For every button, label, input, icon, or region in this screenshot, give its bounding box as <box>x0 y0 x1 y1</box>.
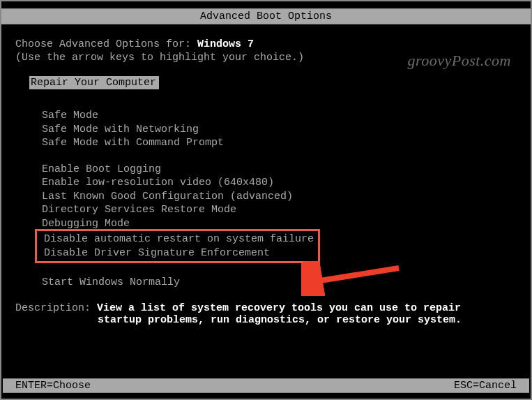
description-section: Description: View a list of system recov… <box>15 302 517 326</box>
option-disable-driver-signature[interactable]: Disable Driver Signature Enforcement <box>41 246 314 260</box>
option-group-2: Enable Boot Logging Enable low-resolutio… <box>42 163 517 264</box>
option-directory-services-restore[interactable]: Directory Services Restore Mode <box>42 203 517 217</box>
description-line-1: View a list of system recovery tools you… <box>97 302 461 314</box>
option-low-resolution-video[interactable]: Enable low-resolution video (640x480) <box>42 176 517 190</box>
option-enable-boot-logging[interactable]: Enable Boot Logging <box>42 163 517 177</box>
option-group-1: Safe Mode Safe Mode with Networking Safe… <box>42 109 517 150</box>
choose-prefix: Choose Advanced Options for: <box>15 38 197 50</box>
footer-enter-hint: ENTER=Choose <box>15 380 91 392</box>
choose-line: Choose Advanced Options for: Windows 7 <box>15 38 517 50</box>
footer-esc-hint: ESC=Cancel <box>454 380 517 392</box>
description-line-2: startup problems, run diagnostics, or re… <box>98 314 517 326</box>
os-name: Windows 7 <box>197 38 254 50</box>
option-group-3: Start Windows Normally <box>42 276 517 290</box>
option-safe-mode[interactable]: Safe Mode <box>42 109 517 123</box>
title-text: Advanced Boot Options <box>200 10 332 22</box>
description-label: Description: <box>15 302 97 314</box>
option-disable-auto-restart[interactable]: Disable automatic restart on system fail… <box>41 232 314 246</box>
option-safe-mode-networking[interactable]: Safe Mode with Networking <box>42 123 517 137</box>
footer-bar: ENTER=Choose ESC=Cancel <box>3 378 529 393</box>
selected-option-wrapper[interactable]: Repair Your Computer <box>15 76 517 109</box>
annotation-highlight-box: Disable automatic restart on system fail… <box>35 229 320 263</box>
watermark: groovyPost.com <box>407 52 511 70</box>
option-start-windows-normally[interactable]: Start Windows Normally <box>42 276 517 290</box>
option-repair-computer[interactable]: Repair Your Computer <box>29 76 159 89</box>
option-safe-mode-command-prompt[interactable]: Safe Mode with Command Prompt <box>42 136 517 150</box>
title-bar: Advanced Boot Options <box>1 8 531 24</box>
option-last-known-good-config[interactable]: Last Known Good Configuration (advanced) <box>42 190 517 204</box>
